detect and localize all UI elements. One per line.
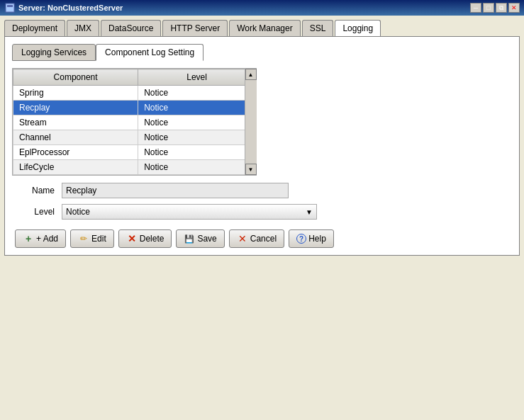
cell-component: Recplay (13, 101, 138, 115)
component-table-container: Component Level Spring Notice Recplay No… (12, 68, 257, 176)
name-input[interactable] (62, 183, 289, 198)
tab-jmx[interactable]: JMX (67, 20, 99, 36)
add-icon: + (23, 233, 34, 244)
tab-workmanager[interactable]: Work Manager (229, 20, 300, 36)
cell-component: EplProcessor (13, 145, 138, 160)
main-content: Deployment JMX DataSource HTTP Server Wo… (0, 16, 524, 420)
restore-button[interactable]: ⧉ (496, 3, 507, 13)
scroll-up-button[interactable]: ▲ (245, 69, 257, 80)
tab-deployment[interactable]: Deployment (4, 20, 65, 36)
cancel-icon: ✕ (237, 233, 248, 244)
edit-label: Edit (91, 234, 106, 244)
scroll-track (245, 80, 257, 164)
tab-httpserver[interactable]: HTTP Server (162, 20, 228, 36)
delete-label: Delete (140, 234, 165, 244)
tab-logging[interactable]: Logging (335, 20, 381, 36)
title-bar: Server: NonClusteredServer ─ □ ⧉ ✕ (0, 0, 524, 16)
cell-component: Channel (13, 130, 138, 145)
scroll-down-button[interactable]: ▼ (245, 164, 257, 175)
cell-level: Notice (138, 101, 256, 115)
edit-button[interactable]: ✏ Edit (70, 229, 114, 248)
svg-rect-0 (6, 4, 14, 12)
table-row[interactable]: Channel Notice (13, 130, 256, 145)
svg-rect-1 (7, 5, 13, 7)
table-row[interactable]: EplProcessor Notice (13, 145, 256, 160)
table-row[interactable]: Spring Notice (13, 86, 256, 101)
name-label: Name (19, 186, 55, 195)
cell-component: Stream (13, 115, 138, 130)
cell-component: Spring (13, 86, 138, 101)
cancel-button[interactable]: ✕ Cancel (229, 229, 284, 248)
maximize-button[interactable]: □ (483, 3, 494, 13)
cell-level: Notice (138, 86, 256, 101)
cell-level: Notice (138, 130, 256, 145)
add-label: + Add (36, 234, 58, 244)
action-buttons: + + Add ✏ Edit ✕ Delete 💾 Save ✕ Cancel … (12, 229, 512, 248)
main-panel: Logging Services Component Log Setting C… (4, 36, 520, 256)
window-title: Server: NonClusteredServer (18, 4, 123, 12)
save-icon: 💾 (184, 233, 195, 244)
save-button[interactable]: 💾 Save (176, 229, 224, 248)
delete-icon: ✕ (126, 233, 138, 244)
inner-tabs: Logging Services Component Log Setting (12, 44, 512, 61)
tab-ssl[interactable]: SSL (302, 20, 334, 36)
table-row[interactable]: LifeCycle Notice (13, 160, 256, 175)
table-row[interactable]: Stream Notice (13, 115, 256, 130)
level-row: Level Notice Debug Info Warning Error Fa… (19, 204, 505, 220)
title-buttons[interactable]: ─ □ ⧉ ✕ (470, 3, 520, 13)
tab-datasource[interactable]: DataSource (101, 20, 161, 36)
form-section: Name Level Notice Debug Info Warning Err… (12, 183, 512, 220)
cell-level: Notice (138, 145, 256, 160)
help-label: Help (308, 234, 326, 244)
top-tabs: Deployment JMX DataSource HTTP Server Wo… (4, 20, 520, 36)
cell-level: Notice (138, 115, 256, 130)
edit-icon: ✏ (78, 233, 89, 244)
tab-logging-services[interactable]: Logging Services (12, 44, 96, 61)
component-table: Component Level Spring Notice Recplay No… (13, 69, 256, 175)
cell-component: LifeCycle (13, 160, 138, 175)
level-select-wrapper: Notice Debug Info Warning Error Fatal (62, 204, 317, 220)
level-label: Level (19, 207, 55, 217)
tab-component-log-setting[interactable]: Component Log Setting (96, 44, 204, 61)
delete-button[interactable]: ✕ Delete (118, 229, 172, 248)
help-button[interactable]: ? Help (289, 229, 334, 248)
save-label: Save (197, 234, 216, 244)
cancel-label: Cancel (250, 234, 277, 244)
table-row[interactable]: Recplay Notice (13, 101, 256, 115)
col-header-level: Level (138, 69, 256, 86)
table-scrollbar[interactable]: ▲ ▼ (245, 69, 256, 175)
level-select[interactable]: Notice Debug Info Warning Error Fatal (62, 204, 317, 220)
name-row: Name (19, 183, 505, 198)
minimize-button[interactable]: ─ (470, 3, 481, 13)
help-icon: ? (296, 234, 306, 244)
add-button[interactable]: + + Add (15, 229, 66, 248)
cell-level: Notice (138, 160, 256, 175)
close-button[interactable]: ✕ (508, 3, 520, 13)
app-icon (4, 2, 16, 13)
col-header-component: Component (13, 69, 138, 86)
